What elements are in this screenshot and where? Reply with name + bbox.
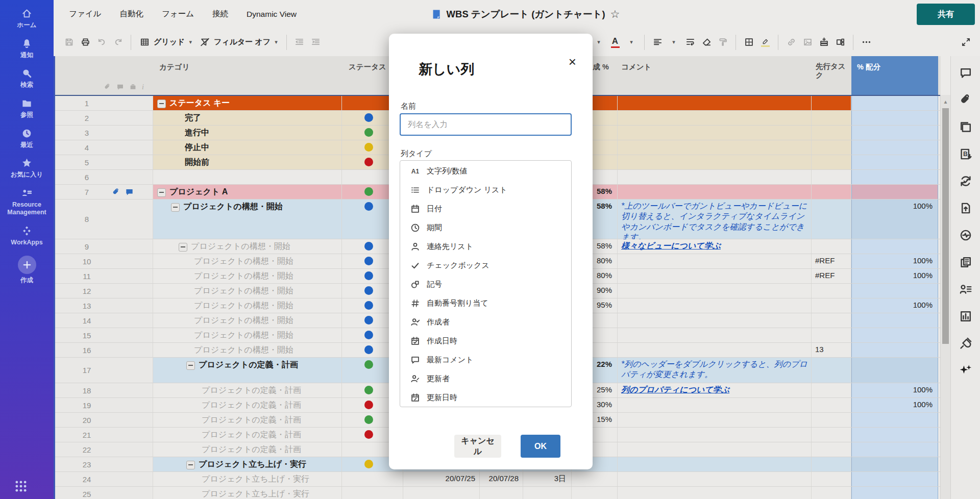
allocation-cell[interactable] bbox=[851, 239, 938, 254]
collapse-toggle[interactable] bbox=[157, 99, 166, 108]
category-cell[interactable]: プロジェクトの構想・開始 bbox=[153, 298, 342, 313]
row-number-cell[interactable]: 19 bbox=[54, 398, 153, 412]
column-header-comment[interactable]: コメント bbox=[621, 62, 651, 72]
indent-button[interactable] bbox=[308, 34, 324, 51]
column-type-option-9[interactable]: 作成日時 bbox=[400, 332, 571, 351]
column-header-status[interactable]: ステータス bbox=[349, 62, 386, 72]
end-date-cell[interactable]: 20/07/28 bbox=[480, 472, 523, 486]
sidebar-item-4[interactable]: 最近 bbox=[2, 128, 53, 149]
comment-cell[interactable] bbox=[618, 254, 812, 268]
cancel-button[interactable]: キャンセル bbox=[454, 435, 501, 458]
ai-sparkle-icon[interactable] bbox=[959, 364, 972, 377]
start-date-cell[interactable] bbox=[403, 487, 480, 499]
favorite-star-icon[interactable]: ☆ bbox=[610, 8, 620, 20]
scroll-up-arrow[interactable]: ▲ bbox=[941, 95, 950, 105]
category-cell[interactable]: 進行中 bbox=[153, 126, 342, 140]
column-type-option-3[interactable]: 期間 bbox=[400, 218, 571, 237]
column-type-option-0[interactable]: A1文字列/数値 bbox=[400, 162, 571, 181]
predecessor-cell[interactable] bbox=[812, 111, 851, 125]
view-switch-button[interactable]: グリッド ▾ bbox=[136, 34, 196, 51]
allocation-cell[interactable] bbox=[851, 457, 938, 471]
brandfolder-icon[interactable]: B bbox=[959, 147, 972, 161]
category-cell[interactable]: プロジェクト A bbox=[153, 185, 342, 199]
row-number-cell[interactable]: 8 bbox=[54, 199, 153, 239]
filter-button[interactable]: フィルター オフ ▾ bbox=[196, 34, 282, 51]
row-number-cell[interactable]: 11 bbox=[54, 269, 153, 283]
row-number-cell[interactable]: 20 bbox=[54, 413, 153, 427]
borders-button[interactable] bbox=[741, 34, 757, 51]
row-number-cell[interactable]: 3 bbox=[54, 126, 153, 140]
predecessor-cell[interactable] bbox=[812, 155, 851, 169]
column-type-option-5[interactable]: チェックボックス bbox=[400, 256, 571, 275]
close-icon[interactable]: × bbox=[569, 55, 576, 68]
category-cell[interactable]: プロジェクトの構想・開始 bbox=[153, 343, 342, 357]
image-button[interactable] bbox=[799, 34, 816, 51]
comment-cell[interactable] bbox=[618, 487, 812, 499]
menu-item-0[interactable]: ファイル bbox=[69, 9, 101, 19]
row-number-cell[interactable]: 4 bbox=[54, 140, 153, 155]
row-number-cell[interactable]: 24 bbox=[54, 472, 153, 486]
info-column-icon[interactable]: i bbox=[142, 83, 150, 91]
category-cell[interactable]: プロジェクトの構想・開始 bbox=[153, 199, 342, 239]
predecessor-cell[interactable] bbox=[812, 398, 851, 412]
category-cell[interactable]: プロジェクトの定義・計画 bbox=[153, 383, 342, 397]
comment-cell[interactable]: 列のプロパティについて学ぶ bbox=[618, 383, 812, 397]
collapse-toggle[interactable] bbox=[179, 243, 187, 252]
sidebar-item-1[interactable]: 通知 bbox=[2, 38, 53, 60]
save-button[interactable] bbox=[61, 34, 77, 51]
allocation-cell[interactable] bbox=[851, 170, 938, 184]
charts-icon[interactable] bbox=[959, 310, 972, 323]
predecessor-cell[interactable] bbox=[812, 328, 851, 342]
predecessor-cell[interactable] bbox=[812, 170, 851, 184]
category-cell[interactable]: プロジェクトの定義・計画 bbox=[153, 428, 342, 442]
sidebar-item-0[interactable]: ホーム bbox=[2, 8, 53, 30]
predecessor-cell[interactable] bbox=[812, 358, 851, 383]
comment-column-icon[interactable] bbox=[116, 83, 124, 91]
wrap-text-button[interactable] bbox=[682, 34, 698, 51]
column-type-option-7[interactable]: 自動番号割り当て bbox=[400, 294, 571, 313]
comment-cell[interactable] bbox=[618, 111, 812, 125]
row-number-cell[interactable]: 10 bbox=[54, 254, 153, 268]
allocation-cell[interactable]: 100% bbox=[851, 199, 938, 239]
sidebar-item-2[interactable]: 検索 bbox=[2, 68, 53, 89]
comment-icon[interactable] bbox=[959, 66, 972, 80]
row-number-cell[interactable]: 16 bbox=[54, 343, 153, 357]
update-requests-icon[interactable] bbox=[959, 174, 972, 188]
contacts-icon[interactable] bbox=[959, 283, 972, 296]
comment-cell[interactable]: *列のヘッダーをダブルクリックすると、列のプロパティが変更されます。 bbox=[618, 358, 812, 383]
category-cell[interactable]: プロジェクトの構想・開始 bbox=[153, 313, 342, 328]
allocation-cell[interactable] bbox=[851, 472, 938, 486]
summary-icon[interactable] bbox=[959, 256, 972, 269]
allocation-cell[interactable] bbox=[851, 111, 938, 125]
align-caret[interactable]: ▾ bbox=[666, 34, 682, 51]
allocation-cell[interactable] bbox=[851, 284, 938, 298]
activity-log-icon[interactable] bbox=[959, 229, 972, 242]
comment-cell[interactable]: 様々なビューについて学ぶ bbox=[618, 239, 812, 254]
row-number-cell[interactable]: 18 bbox=[54, 383, 153, 397]
publish-icon[interactable] bbox=[959, 202, 972, 215]
row-number-cell[interactable]: 1 bbox=[54, 96, 153, 110]
category-cell[interactable]: プロジェクトの構想・開始 bbox=[153, 328, 342, 342]
allocation-cell[interactable]: 100% bbox=[851, 298, 938, 313]
comment-cell[interactable]: *上のツールバーでガントビューやカードビューに切り替えると、インタラクティブなタ… bbox=[618, 199, 812, 239]
category-cell[interactable]: プロジェクト立ち上げ・実行 bbox=[153, 487, 342, 499]
row-number-cell[interactable]: 22 bbox=[54, 442, 153, 457]
menu-item-2[interactable]: フォーム bbox=[162, 9, 194, 19]
category-cell[interactable] bbox=[153, 170, 342, 184]
percent-cell[interactable] bbox=[572, 472, 618, 486]
column-type-option-11[interactable]: 更新者 bbox=[400, 369, 571, 388]
predecessor-cell[interactable] bbox=[812, 487, 851, 499]
category-cell[interactable]: プロジェクトの構想・開始 bbox=[153, 269, 342, 283]
allocation-cell[interactable] bbox=[851, 487, 938, 499]
comment-cell[interactable] bbox=[618, 328, 812, 342]
comment-cell[interactable] bbox=[618, 170, 812, 184]
collapse-toggle[interactable] bbox=[186, 461, 195, 469]
category-cell[interactable]: プロジェクトの構想・開始 bbox=[153, 254, 342, 268]
proof-column-icon[interactable] bbox=[129, 83, 137, 91]
connections-icon[interactable] bbox=[959, 337, 972, 350]
predecessor-cell[interactable] bbox=[812, 457, 851, 471]
sidebar-item-3[interactable]: 参照 bbox=[2, 98, 53, 119]
more-button[interactable] bbox=[858, 34, 874, 51]
menu-item-4[interactable]: Dynamic View bbox=[247, 10, 297, 19]
comment-cell[interactable] bbox=[618, 457, 812, 471]
